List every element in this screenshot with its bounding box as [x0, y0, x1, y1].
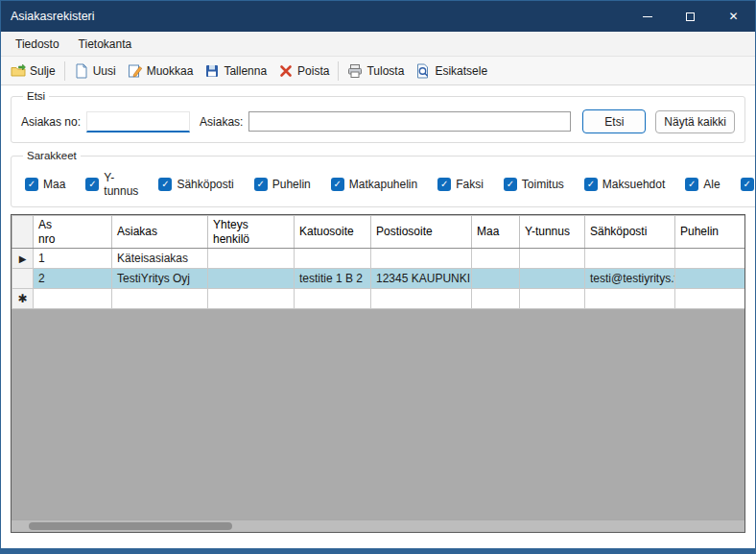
checkbox-maksuehdot[interactable]: Maksuehdot: [584, 178, 665, 191]
edit-icon: [128, 63, 143, 79]
exit-icon: [11, 63, 26, 79]
show-all-button[interactable]: Näytä kaikki: [655, 110, 735, 133]
grid-cell[interactable]: [112, 289, 208, 309]
checkbox-label: Maa: [43, 178, 65, 191]
checkbox-label: Toimitus: [522, 178, 564, 191]
column-header-yhteyshenkilo[interactable]: Yhteys henkilö: [208, 216, 295, 249]
search-row: Asiakas no: Asiakas: Etsi Näytä kaikki: [21, 109, 735, 133]
row-selector[interactable]: [12, 269, 34, 289]
save-button[interactable]: Tallenna: [199, 60, 272, 82]
column-header-sahkoposti[interactable]: Sähköposti: [585, 216, 675, 249]
grid-cell[interactable]: [585, 289, 675, 309]
customer-no-label: Asiakas no:: [21, 115, 81, 129]
checkbox-checked-icon: [331, 178, 344, 191]
close-register-button[interactable]: Sulje: [5, 60, 61, 82]
table-row[interactable]: ▶ 1 Käteisasiakas: [12, 249, 746, 269]
row-selector[interactable]: ✱: [12, 289, 34, 309]
checkbox-label: Sähköposti: [177, 178, 233, 191]
title-bar: Asiakasrekisteri: [1, 1, 755, 32]
window-bottom-border: [1, 548, 755, 553]
grid-cell[interactable]: TestiYritys Oyj: [112, 269, 208, 289]
checkbox-puhelin[interactable]: Puhelin: [254, 178, 311, 191]
customer-no-input[interactable]: [86, 111, 190, 132]
checkbox-y-tunnus[interactable]: Y-tunnus: [85, 171, 138, 198]
column-header-maa[interactable]: Maa: [472, 216, 520, 249]
grid-header-row: As nro Asiakas Yhteys henkilö Katuosoite…: [12, 216, 746, 249]
window-controls: [626, 1, 755, 32]
grid-cell[interactable]: [208, 249, 295, 269]
grid-cell[interactable]: [675, 269, 746, 289]
new-button[interactable]: Uusi: [68, 60, 122, 82]
checkbox-muistio[interactable]: Muistio: [741, 178, 756, 191]
toolbar-button-label: Poista: [297, 64, 329, 78]
column-header-puhelin[interactable]: Puhelin: [675, 216, 746, 249]
checkbox-ale[interactable]: Ale: [685, 178, 720, 191]
print-button[interactable]: Tulosta: [342, 60, 410, 82]
edit-button[interactable]: Muokkaa: [122, 60, 200, 82]
toolbar-button-label: Tallenna: [224, 64, 267, 78]
grid-cell[interactable]: [472, 269, 520, 289]
checkbox-checked-icon: [685, 178, 698, 191]
grid-cell[interactable]: Käteisasiakas: [112, 249, 208, 269]
column-header-y-tunnus[interactable]: Y-tunnus: [520, 216, 585, 249]
checkbox-checked-icon: [158, 178, 172, 191]
grid-cell[interactable]: testitie 1 B 2: [295, 269, 371, 289]
close-button[interactable]: [712, 1, 755, 32]
grid-cell[interactable]: [34, 289, 112, 309]
horizontal-scrollbar[interactable]: [12, 519, 744, 532]
save-icon: [204, 63, 220, 79]
checkbox-label: Faksi: [456, 178, 484, 191]
checkbox-matkapuhelin[interactable]: Matkapuhelin: [331, 178, 417, 191]
menu-item-tiedosto[interactable]: Tiedosto: [7, 35, 68, 54]
grid-cell[interactable]: [675, 249, 746, 269]
grid-cell[interactable]: 2: [34, 269, 112, 289]
grid-cell[interactable]: [520, 289, 585, 309]
checkbox-maa[interactable]: Maa: [25, 178, 65, 191]
current-row-arrow-icon: ▶: [19, 253, 27, 264]
checkbox-checked-icon: [504, 178, 517, 191]
row-selector[interactable]: ▶: [12, 249, 34, 269]
toolbar-button-label: Esikatsele: [435, 64, 487, 78]
maximize-button[interactable]: [669, 1, 712, 32]
grid-cell[interactable]: [295, 289, 371, 309]
window-title: Asiakasrekisteri: [11, 10, 95, 23]
grid-cell[interactable]: [208, 289, 295, 309]
delete-button[interactable]: Poista: [272, 60, 335, 82]
checkbox-toimitus[interactable]: Toimitus: [504, 178, 564, 191]
grid-cell[interactable]: [472, 289, 520, 309]
grid-cell[interactable]: [208, 269, 295, 289]
preview-button[interactable]: Esikatsele: [410, 60, 493, 82]
column-header-katuosoite[interactable]: Katuosoite: [295, 216, 371, 249]
grid-cell[interactable]: [371, 249, 472, 269]
grid-cell[interactable]: 1: [34, 249, 112, 269]
grid-cell[interactable]: [675, 289, 746, 309]
menu-item-tietokanta[interactable]: Tietokanta: [70, 35, 141, 54]
customer-table: As nro Asiakas Yhteys henkilö Katuosoite…: [12, 215, 745, 309]
checkbox-checked-icon: [25, 178, 38, 191]
column-header-as-nro[interactable]: As nro: [34, 216, 112, 249]
grid-cell[interactable]: [371, 289, 472, 309]
table-row[interactable]: 2 TestiYritys Oyj testitie 1 B 2 12345 K…: [12, 269, 746, 289]
table-row-new[interactable]: ✱: [12, 289, 746, 309]
grid-cell[interactable]: testi@testiyritys.fi: [585, 269, 675, 289]
minimize-button[interactable]: [626, 1, 669, 32]
toolbar-button-label: Tulosta: [366, 64, 404, 78]
column-header-asiakas[interactable]: Asiakas: [112, 216, 208, 249]
grid-cell[interactable]: [520, 249, 585, 269]
column-header-postiosoite[interactable]: Postiosoite: [371, 216, 472, 249]
grid-cell[interactable]: 12345 KAUPUNKI: [371, 269, 472, 289]
scrollbar-thumb[interactable]: [29, 522, 232, 530]
preview-icon: [415, 63, 431, 79]
checkbox-sahkoposti[interactable]: Sähköposti: [158, 178, 233, 191]
customer-input[interactable]: [248, 111, 571, 132]
minimize-icon: [643, 16, 652, 17]
columns-groupbox: Sarakkeet Maa Y-tunnus Sähköposti Puheli…: [11, 150, 756, 207]
grid-cell[interactable]: [472, 249, 520, 269]
search-button[interactable]: Etsi: [582, 109, 646, 133]
checkbox-faksi[interactable]: Faksi: [437, 178, 484, 191]
grid-cell[interactable]: [520, 269, 585, 289]
new-row-asterisk-icon: ✱: [17, 292, 27, 305]
checkbox-checked-icon: [584, 178, 598, 191]
grid-cell[interactable]: [295, 249, 371, 269]
grid-cell[interactable]: [585, 249, 675, 269]
